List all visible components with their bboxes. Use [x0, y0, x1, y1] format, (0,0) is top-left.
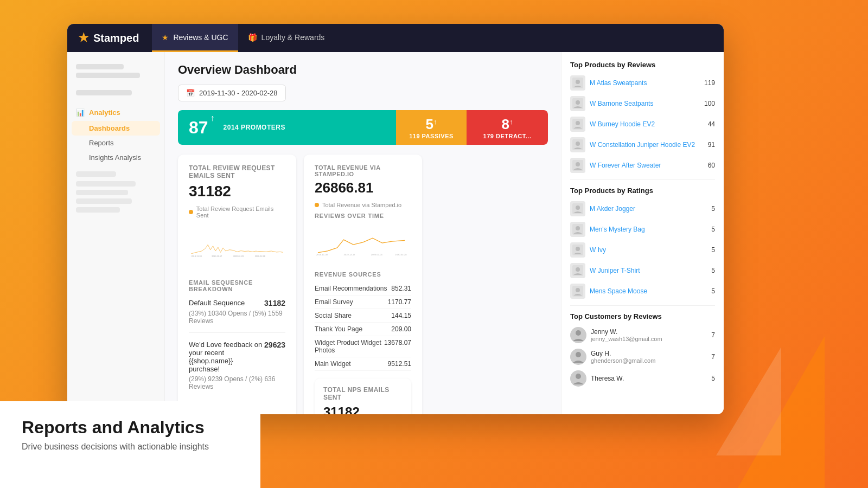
nav-tab-reviews-label: Reviews & UGC	[173, 33, 228, 42]
dashboard-title: Overview Dashboard	[178, 63, 548, 77]
email-legend-text: Total Review Request Emails Sent	[196, 206, 285, 219]
brand-star-icon: ★	[78, 31, 89, 45]
sidebar-item-analytics[interactable]: 📊 Analytics	[67, 104, 164, 121]
product-count: 5	[711, 267, 715, 274]
revenue-sources: Email Recommendations852.31Email Survey1…	[315, 282, 411, 371]
customer-avatar	[570, 370, 586, 387]
product-count: 91	[708, 141, 715, 149]
nps-promoters-label: 2014 PROMOTERS	[224, 124, 285, 131]
promo-title: Reports and Analytics	[22, 418, 239, 438]
nps-total-title: Total NPS Emails Sent	[323, 386, 403, 401]
product-row: W Constellation Juniper Hoodie EV2 91	[570, 137, 715, 152]
date-range-picker[interactable]: 📅 2019-11-30 - 2020-02-28	[178, 85, 286, 101]
revenue-card: Total Revenue via Stamped.io 26866.81 To…	[304, 155, 422, 414]
svg-point-15	[576, 142, 580, 146]
customer-name: Theresa W.	[591, 375, 707, 382]
svg-point-31	[576, 352, 581, 357]
customer-avatar	[570, 349, 586, 365]
product-name[interactable]: W Burney Hoodie EV2	[590, 120, 704, 128]
sources-title: REVENUE SOURCES	[315, 271, 411, 278]
nav-tab-reviews[interactable]: ★ Reviews & UGC	[152, 24, 238, 52]
email-card: Total Review Request Emails Sent 31182 T…	[178, 155, 296, 414]
sidebar-dashboards-label: Dashboards	[89, 124, 130, 132]
nps-detractors-score: 8	[502, 116, 509, 133]
top-customers-list: Jenny W. jenny_wash13@gmail.com 7 Guy H.…	[570, 327, 715, 387]
promo-banner: Reports and Analytics Drive business dec…	[0, 401, 260, 488]
svg-text:2019-12-17: 2019-12-17	[343, 253, 355, 256]
revenue-source-row: Email Recommendations852.31	[315, 282, 411, 296]
product-name[interactable]: M Atlas Sweatpants	[590, 79, 700, 87]
top-products-ratings-list: M Akder Jogger 5 Men's Mystery Bag 5 W I…	[570, 201, 715, 299]
source-amount: 1170.77	[388, 298, 411, 306]
sidebar-sub-dashboards[interactable]: Dashboards	[72, 121, 160, 136]
product-row: Mens Space Moose 5	[570, 284, 715, 299]
product-thumb	[570, 75, 585, 91]
sidebar-analytics-label: Analytics	[89, 108, 120, 117]
product-name[interactable]: W Ivy	[590, 246, 707, 254]
sidebar-placeholder-2	[67, 87, 164, 102]
legend-dot	[315, 203, 319, 207]
product-name[interactable]: Men's Mystery Bag	[590, 226, 707, 233]
product-name[interactable]: Mens Space Moose	[590, 287, 707, 295]
svg-point-19	[576, 206, 580, 210]
product-row: W Barnone Seatpants 100	[570, 96, 715, 111]
source-amount: 144.15	[391, 312, 411, 319]
svg-point-9	[576, 80, 580, 84]
product-thumb	[570, 158, 585, 173]
customer-count: 7	[711, 331, 715, 339]
source-name: Thank You Page	[315, 325, 362, 333]
date-range-text: 2019-11-30 - 2020-02-28	[199, 89, 278, 97]
svg-point-23	[576, 247, 580, 251]
nps-passives-score: 5	[426, 116, 433, 133]
nps-total-card: Total NPS Emails Sent 31182	[315, 378, 411, 414]
breakdown-title: EMAIL SEQUESNCE BREAKDOWN	[189, 279, 285, 292]
sidebar-sub-insights[interactable]: Insights Analysis	[67, 150, 164, 165]
nps-passives-label: 119 PASSIVES	[409, 133, 454, 139]
source-name: Main Widget	[315, 360, 351, 368]
content-area: 📊 Analytics Dashboards Reports Insights …	[67, 52, 724, 414]
brand-name: Stamped	[93, 32, 139, 44]
product-name[interactable]: M Akder Jogger	[590, 205, 707, 213]
source-amount: 9512.51	[388, 360, 411, 368]
email-card-value: 31182	[189, 183, 285, 200]
svg-text:2020-01-03: 2020-01-03	[233, 255, 244, 258]
seq-1-name: Default Sequence	[189, 299, 245, 307]
email-sequence-2: We'd Love feedback on your recent {{shop…	[189, 341, 285, 398]
product-name[interactable]: W Constellation Juniper Hoodie EV2	[590, 141, 704, 149]
product-row: Men's Mystery Bag 5	[570, 222, 715, 237]
customer-email: ghenderson@gmail.com	[591, 357, 707, 364]
svg-text:2019-11-30: 2019-11-30	[192, 255, 202, 258]
divider-1	[570, 179, 715, 180]
top-products-ratings-title: Top Products by Ratings	[570, 187, 715, 195]
product-count: 60	[708, 162, 715, 169]
product-row: W Burney Hoodie EV2 44	[570, 117, 715, 132]
svg-text:2019-11-30: 2019-11-30	[316, 253, 328, 256]
svg-point-27	[576, 288, 580, 292]
sidebar-reports-label: Reports	[89, 139, 114, 147]
seq-1-count: 31182	[264, 299, 285, 307]
seq-2-name: We'd Love feedback on your recent {{shop…	[189, 341, 264, 373]
customer-count: 5	[711, 375, 715, 382]
product-thumb	[570, 284, 585, 299]
placeholder-line	[76, 171, 116, 177]
nav-tab-loyalty[interactable]: 🎁 Loyalty & Rewards	[238, 24, 335, 52]
product-row: M Atlas Sweatpants 119	[570, 75, 715, 91]
placeholder-line	[76, 90, 132, 95]
brand-logo: ★ Stamped	[78, 31, 139, 45]
nps-total-value: 31182	[323, 404, 403, 414]
analytics-icon: 📊	[76, 108, 85, 117]
sidebar-sub-reports[interactable]: Reports	[67, 136, 164, 150]
product-name[interactable]: W Barnone Seatpants	[590, 100, 700, 107]
svg-text:2020-02-28: 2020-02-28	[395, 253, 407, 256]
email-chart-legend: Total Review Request Emails Sent	[189, 206, 285, 219]
star-icon: ★	[162, 33, 169, 42]
product-name[interactable]: W Forever After Sweater	[590, 162, 704, 169]
email-chart: 2019-11-30 2019-12-17 2020-01-03 2020-02…	[189, 223, 285, 272]
calendar-icon: 📅	[186, 89, 195, 97]
product-name[interactable]: W Juniper T-Shirt	[590, 267, 707, 274]
nps-detractors: 8 ↑ 179 DETRACT...	[467, 110, 548, 145]
main-content: Overview Dashboard 📅 2019-11-30 - 2020-0…	[165, 52, 561, 414]
revenue-source-row: Social Share144.15	[315, 309, 411, 323]
legend-dot	[189, 210, 193, 214]
svg-text:2020-02-28: 2020-02-28	[255, 255, 265, 258]
